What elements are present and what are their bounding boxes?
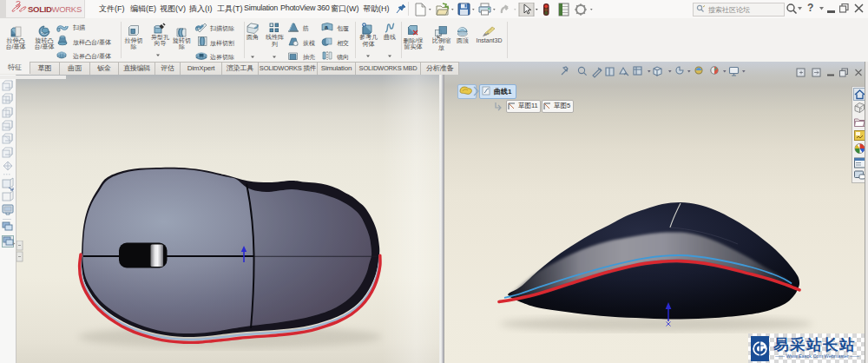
svg-text:SOLIDWORKS: SOLIDWORKS <box>28 4 82 14</box>
svg-text:a: a <box>325 24 328 30</box>
